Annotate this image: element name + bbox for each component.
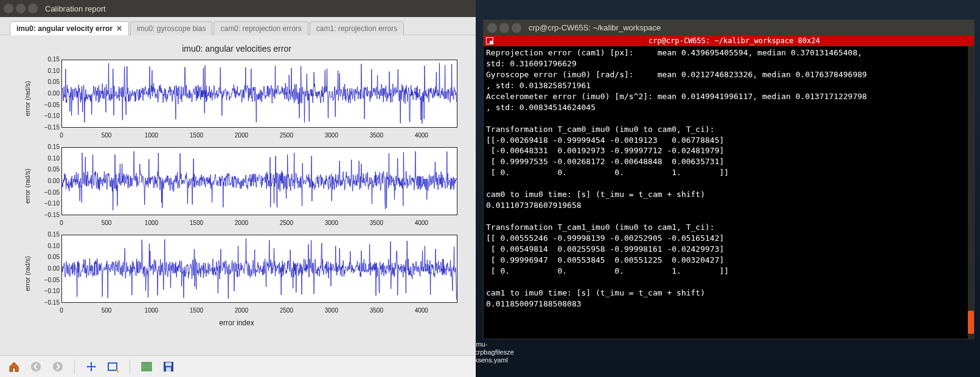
save-button[interactable] xyxy=(161,359,176,375)
tab-0[interactable]: imu0: angular velocity error✕ xyxy=(10,21,129,35)
x-tick: 2500 xyxy=(280,132,293,139)
axes[interactable] xyxy=(61,147,457,215)
subplot-0: error (rad/s)0.150.100.050.00−0.05−0.10−… xyxy=(28,56,464,141)
y-tick: 0.00 xyxy=(34,178,60,184)
terminal-titlebar[interactable]: crp@crp-CW65S: ~/kalibr_workspace xyxy=(484,20,974,35)
toolbar-separator xyxy=(74,359,75,374)
x-tick: 2000 xyxy=(235,132,248,139)
y-tick: −0.05 xyxy=(34,277,60,283)
home-icon xyxy=(8,361,20,373)
plot-title: imu0: angular velocities error xyxy=(4,44,470,54)
tab-label: imu0: angular velocity error xyxy=(16,24,113,33)
subplot-2: error (rad/s)0.150.100.050.00−0.05−0.10−… xyxy=(28,231,464,316)
x-tick: 1000 xyxy=(145,220,158,226)
x-tick: 2500 xyxy=(280,220,293,226)
x-tick: 0 xyxy=(60,132,63,139)
terminal-status-bar: crp@crp-CW65S: ~/kalibr_workspace 80x24 xyxy=(484,35,974,46)
desktop-file-label[interactable]: imu- xyxy=(474,341,514,348)
y-tick: −0.15 xyxy=(34,212,60,218)
x-tick: 3000 xyxy=(325,220,338,226)
y-tick: 0.05 xyxy=(34,166,60,173)
minimize-icon[interactable] xyxy=(16,4,26,13)
config-button[interactable] xyxy=(139,359,155,375)
save-icon xyxy=(162,361,175,373)
subplot-1: error (rad/s)0.150.100.050.00−0.05−0.10−… xyxy=(28,144,464,229)
pan-button[interactable] xyxy=(83,359,99,375)
maximize-icon[interactable] xyxy=(512,23,521,33)
y-tick: 0.15 xyxy=(34,144,60,150)
tab-bar: imu0: angular velocity error✕imu0: gyros… xyxy=(0,17,476,35)
tab-2[interactable]: cam0: reprojection errors xyxy=(214,21,308,35)
y-tick: −0.10 xyxy=(34,288,60,294)
toolbar-separator xyxy=(130,359,130,374)
x-tick: 1500 xyxy=(190,220,203,226)
plot-area: imu0: angular velocities error error (ra… xyxy=(0,35,476,355)
forward-icon xyxy=(52,361,63,372)
x-tick: 3500 xyxy=(370,220,383,226)
x-tick: 4000 xyxy=(415,220,428,226)
terminal-title: crp@crp-CW65S: ~/kalibr_workspace xyxy=(529,23,661,32)
svg-rect-3 xyxy=(88,366,94,367)
y-axis-label: error (rad/s) xyxy=(24,81,31,116)
axes[interactable] xyxy=(61,235,457,303)
y-tick: 0.10 xyxy=(34,67,60,74)
x-tick: 3500 xyxy=(370,307,383,314)
x-tick: 1000 xyxy=(145,132,158,139)
terminal-scrollbar[interactable] xyxy=(968,46,974,339)
y-axis-label: error (rad/s) xyxy=(24,168,31,204)
terminal-body[interactable]: Reprojection error (cam1) [px]: mean 0.4… xyxy=(484,46,974,339)
close-icon[interactable] xyxy=(4,4,13,13)
forward-button[interactable] xyxy=(50,359,66,375)
terminal-status-text: crp@crp-CW65S: ~/kalibr_workspace 80x24 xyxy=(497,36,971,45)
zoom-icon xyxy=(107,361,119,373)
desktop-file-label[interactable]: crpbagfilesze xyxy=(474,348,514,356)
x-tick: 0 xyxy=(60,307,63,314)
desktop-file-label[interactable]: ksens.yaml xyxy=(474,356,514,364)
tab-label: cam1: reprojection errors xyxy=(316,24,397,33)
y-tick: 0.10 xyxy=(34,243,60,249)
y-tick: 0.05 xyxy=(34,78,60,85)
scrollbar-thumb[interactable] xyxy=(968,311,974,334)
close-tab-icon[interactable]: ✕ xyxy=(116,24,122,33)
close-icon[interactable] xyxy=(487,23,497,33)
window-title: Calibration report xyxy=(45,4,106,13)
tab-3[interactable]: cam1: reprojection errors xyxy=(310,21,404,35)
x-tick: 500 xyxy=(102,132,112,139)
x-tick: 2000 xyxy=(235,307,248,314)
home-button[interactable] xyxy=(6,359,22,375)
pane-indicator-icon xyxy=(486,37,493,44)
axes[interactable] xyxy=(61,60,457,128)
signal-plot xyxy=(62,148,457,215)
zoom-button[interactable] xyxy=(105,359,121,375)
y-tick: 0.05 xyxy=(34,254,60,260)
x-tick: 2500 xyxy=(280,307,293,314)
matplotlib-toolbar xyxy=(0,355,476,377)
tab-label: imu0: gyroscope bias xyxy=(137,24,206,33)
x-tick: 1000 xyxy=(145,307,158,314)
config-icon xyxy=(141,361,153,373)
x-tick: 3000 xyxy=(325,307,338,314)
y-tick: −0.05 xyxy=(34,189,60,196)
svg-rect-7 xyxy=(165,362,172,366)
x-tick: 4000 xyxy=(415,132,428,139)
tab-1[interactable]: imu0: gyroscope bias xyxy=(130,21,212,35)
x-tick: 2000 xyxy=(235,220,248,226)
x-tick: 500 xyxy=(102,220,112,226)
y-tick: −0.15 xyxy=(34,124,60,131)
x-tick: 4000 xyxy=(415,307,428,314)
y-tick: 0.15 xyxy=(34,231,60,238)
terminal-output: Reprojection error (cam1) [px]: mean 0.4… xyxy=(486,47,971,310)
minimize-icon[interactable] xyxy=(499,23,509,33)
report-titlebar[interactable]: Calibration report xyxy=(0,0,476,17)
maximize-icon[interactable] xyxy=(28,4,38,13)
signal-plot xyxy=(62,60,457,127)
y-tick: −0.10 xyxy=(34,112,60,119)
x-tick: 3000 xyxy=(325,132,338,139)
x-tick: 500 xyxy=(102,307,112,314)
back-button[interactable] xyxy=(28,359,44,375)
y-tick: −0.05 xyxy=(34,102,60,108)
y-tick: 0.15 xyxy=(34,56,60,63)
y-axis-label: error (rad/s) xyxy=(24,256,31,291)
y-tick: −0.15 xyxy=(34,299,60,306)
y-tick: 0.00 xyxy=(34,265,60,272)
